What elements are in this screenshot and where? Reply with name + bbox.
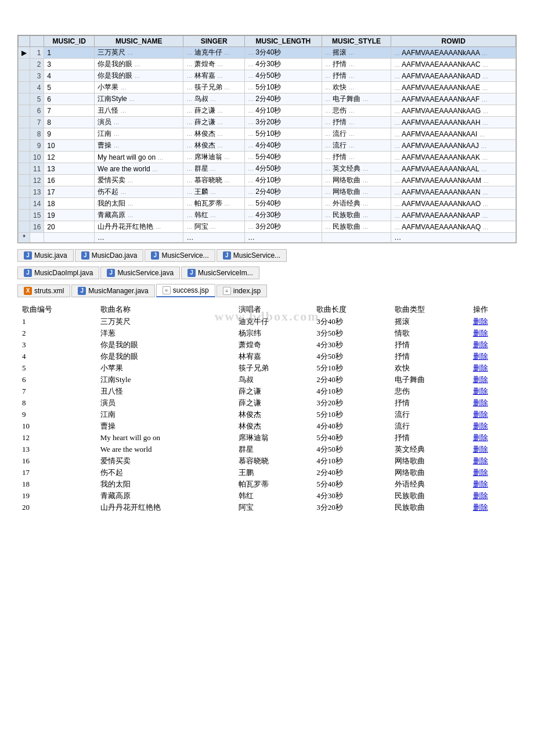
delete-link[interactable]: 删除: [468, 339, 517, 351]
html-cell: 王鹏: [234, 467, 312, 478]
col-music-length: MUSIC_LENGTH: [244, 36, 322, 47]
db-table-row[interactable]: 1012My heart will go on …… 席琳迪翁 …… 5分40秒…: [19, 152, 516, 163]
db-table-row[interactable]: 67丑八怪 …… 薛之谦 …… 4分10秒… 悲伤 …… AAFMVAAEAAA…: [19, 105, 516, 117]
delete-link[interactable]: 删除: [468, 432, 517, 444]
cell-music-name: 丑八怪 …: [95, 105, 183, 117]
col-singer: SINGER: [183, 36, 245, 47]
html-cell: 电子舞曲: [390, 374, 468, 386]
tab-item-0-0[interactable]: JMusic.java: [17, 249, 74, 262]
tab-label: MusicServiceIm...: [198, 269, 253, 277]
db-table-row[interactable]: 1317伤不起 …… 王麟 …… 2分40秒… 网络歌曲 …… AAFMVAAE…: [19, 186, 516, 198]
db-table-row[interactable]: 78演员 …… 薛之谦 …… 3分20秒… 抒情 …… AAFMVAAEAAAA…: [19, 117, 516, 128]
tab-item-2-3[interactable]: ≡index.jsp: [217, 285, 267, 297]
db-table-row[interactable]: 1519青藏高原 …… 韩红 …… 4分30秒… 民族歌曲 …… AAFMVAA…: [19, 210, 516, 221]
html-cell: 19: [17, 490, 96, 502]
tab-item-0-3[interactable]: JMusicService...: [217, 249, 287, 262]
db-table-row[interactable]: 910曹操 …… 林俊杰 …… 4分40秒… 流行 …… AAFMVAAEAAA…: [19, 140, 516, 152]
html-cell: My heart will go on: [96, 432, 234, 444]
db-table-row[interactable]: 1418我的太阳 …… 帕瓦罗蒂 …… 5分40秒… 外语经典 …… AAFMV…: [19, 198, 516, 210]
html-cell: 20: [17, 502, 96, 513]
cell-rowid: … AAFMVAAEAAAANkAAD …: [391, 70, 516, 82]
cell-style: … 外语经典 …: [322, 198, 391, 210]
tab-item-1-0[interactable]: JMusicDaoImpl.java: [17, 267, 99, 279]
db-table-row[interactable]: 56江南Style …… 鸟叔 …… 2分40秒… 电子舞曲 …… AAFMVA…: [19, 93, 516, 105]
html-cell: 外语经典: [390, 478, 468, 490]
delete-link[interactable]: 删除: [468, 374, 517, 386]
empty-cell: …: [183, 233, 245, 243]
db-table-row[interactable]: ▶11三万英尺 …… 迪克牛仔 …… 3分40秒… 摇滚 …… AAFMVAAE…: [19, 47, 516, 59]
html-table-row: 8演员薛之谦3分20秒抒情删除: [17, 397, 517, 409]
delete-link[interactable]: 删除: [468, 397, 517, 409]
cell-length: … 5分10秒: [244, 82, 322, 93]
tab-item-0-2[interactable]: JMusicService...: [145, 249, 215, 262]
db-table-wrapper: MUSIC_ID MUSIC_NAME SINGER MUSIC_LENGTH …: [17, 35, 517, 243]
cell-music-id: 5: [44, 82, 95, 93]
html-cell: 9: [17, 409, 96, 420]
html-cell: 6: [17, 374, 96, 386]
tab-type-icon: J: [24, 269, 32, 277]
html-cell: 16: [17, 455, 96, 467]
html-table-row: 16爱情买卖慕容晓晓4分10秒网络歌曲删除: [17, 455, 517, 467]
tab-label: Music.java: [34, 251, 67, 260]
empty-cell: [44, 233, 95, 243]
tab-item-2-1[interactable]: JMusicManager.java: [71, 285, 154, 297]
delete-link[interactable]: 删除: [468, 351, 517, 362]
delete-link[interactable]: 删除: [468, 444, 517, 455]
delete-link[interactable]: 删除: [468, 490, 517, 502]
cell-length: … 2分40秒: [244, 93, 322, 105]
db-table-row[interactable]: 23你是我的眼 …… 萧煌奇 …… 4分30秒… 抒情 …… AAFMVAAEA…: [19, 59, 516, 70]
tab-item-1-1[interactable]: JMusicService.java: [100, 267, 180, 279]
db-table-row[interactable]: 1216爱情买卖 …… 慕容晓晓 …… 4分10秒… 网络歌曲 …… AAFMV…: [19, 175, 516, 186]
cell-style: … 欢快 …: [322, 82, 391, 93]
cell-length: … 4分30秒: [244, 59, 322, 70]
tab-item-1-2[interactable]: JMusicServiceIm...: [181, 267, 259, 279]
html-table-row: 19青藏高原韩红4分30秒民族歌曲删除: [17, 490, 517, 502]
cell-music-name: 三万英尺 …: [95, 47, 183, 59]
html-cell: 网络歌曲: [390, 455, 468, 467]
delete-link[interactable]: 删除: [468, 502, 517, 513]
row-number: 10: [30, 152, 44, 163]
html-table-row: 13We are the world群星4分50秒英文经典删除: [17, 444, 517, 455]
cell-music-id: 9: [44, 128, 95, 140]
html-cell: 迪克牛仔: [234, 316, 312, 327]
row-arrow: [19, 128, 30, 140]
delete-link[interactable]: 删除: [468, 386, 517, 397]
db-table-row[interactable]: 1113We are the world …… 群星 …… 4分50秒… 英文经…: [19, 163, 516, 175]
db-table-row[interactable]: 34你是我的眼 …… 林宥嘉 …… 4分50秒… 抒情 …… AAFMVAAEA…: [19, 70, 516, 82]
html-cell: 慕容晓晓: [234, 455, 312, 467]
delete-link[interactable]: 删除: [468, 478, 517, 490]
empty-cell: …: [95, 233, 183, 243]
html-table-row: 5小苹果筷子兄弟5分10秒欢快删除: [17, 362, 517, 374]
html-cell: 3分50秒: [312, 327, 390, 339]
db-table-row[interactable]: 45小苹果 …… 筷子兄弟 …… 5分10秒… 欢快 …… AAFMVAAEAA…: [19, 82, 516, 93]
db-table-row[interactable]: 1620山丹丹花开红艳艳 …… 阿宝 …… 3分20秒… 民族歌曲 …… AAF…: [19, 221, 516, 233]
delete-link[interactable]: 删除: [468, 409, 517, 420]
html-cell: 4分50秒: [312, 351, 390, 362]
cell-length: … 4分10秒: [244, 105, 322, 117]
html-cell: 你是我的眼: [96, 351, 234, 362]
cell-singer: … 王麟 …: [183, 186, 245, 198]
cell-length: … 5分10秒: [244, 128, 322, 140]
cell-music-name: 伤不起 …: [95, 186, 183, 198]
tab-item-0-1[interactable]: JMusicDao.java: [75, 249, 144, 262]
delete-link[interactable]: 删除: [468, 316, 517, 327]
tab-bar-1: JMusicDaoImpl.javaJMusicService.javaJMus…: [17, 267, 517, 279]
cell-music-id: 16: [44, 175, 95, 186]
tab-item-2-0[interactable]: Xstruts.xml: [17, 285, 70, 297]
html-cell: 筷子兄弟: [234, 362, 312, 374]
html-table: 歌曲编号歌曲名称演唱者歌曲长度歌曲类型操作 1三万英尺迪克牛仔3分40秒摇滚删除…: [17, 303, 517, 513]
delete-link[interactable]: 删除: [468, 327, 517, 339]
cell-music-id: 7: [44, 105, 95, 117]
delete-link[interactable]: 删除: [468, 362, 517, 374]
tab-item-2-2[interactable]: ≡success.jsp: [156, 284, 215, 297]
delete-link[interactable]: 删除: [468, 467, 517, 478]
delete-link[interactable]: 删除: [468, 420, 517, 432]
db-table-row[interactable]: 89江南 …… 林俊杰 …… 5分10秒… 流行 …… AAFMVAAEAAAA…: [19, 128, 516, 140]
html-cell: 5分40秒: [312, 478, 390, 490]
html-cell: 抒情: [390, 351, 468, 362]
delete-link[interactable]: 删除: [468, 455, 517, 467]
html-cell: 3分40秒: [312, 316, 390, 327]
html-cell: We are the world: [96, 444, 234, 455]
html-output-section: www.bdbox.com 歌曲编号歌曲名称演唱者歌曲长度歌曲类型操作 1三万英…: [17, 303, 517, 513]
html-cell: 民族歌曲: [390, 502, 468, 513]
